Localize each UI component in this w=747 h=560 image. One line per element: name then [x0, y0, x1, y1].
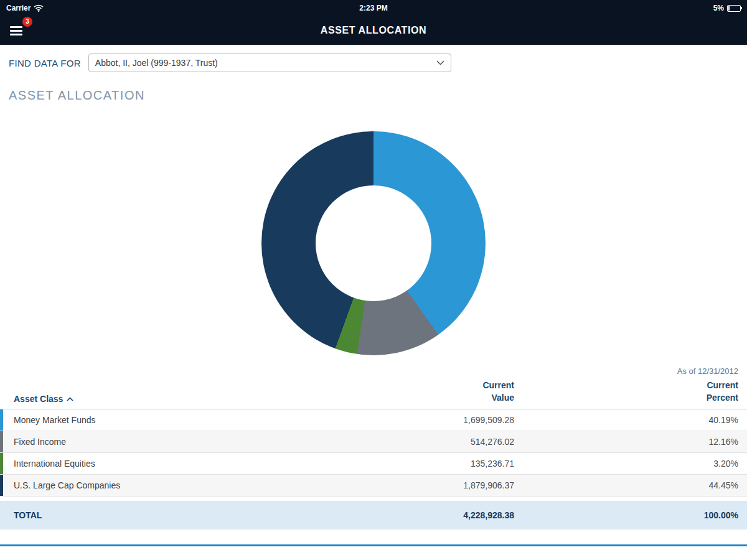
asset-class-cell: International Equities [0, 459, 305, 469]
table-body: Money Market Funds 1,699,509.28 40.19% F… [0, 409, 747, 497]
notification-badge: 3 [22, 17, 32, 27]
status-time: 2:23 PM [359, 4, 387, 12]
asset-allocation-app: Carrier 2:23 PM 5% 3 ASSET ALLOCATION [0, 0, 747, 560]
page-title: ASSET ALLOCATION [0, 25, 747, 36]
as-of-date: As of 12/31/2012 [0, 355, 747, 376]
nav-bar: 3 ASSET ALLOCATION [0, 16, 747, 45]
chart-area [0, 131, 747, 355]
account-select-value: Abbot, II, Joel (999-1937, Trust) [95, 58, 218, 68]
table-row[interactable]: Money Market Funds 1,699,509.28 40.19% [0, 409, 747, 431]
row-color-marker [0, 453, 3, 474]
status-bar: Carrier 2:23 PM 5% [0, 0, 747, 16]
asset-allocation-donut-chart[interactable] [261, 131, 486, 355]
battery-percent: 5% [713, 4, 724, 12]
current-percent-cell: 3.20% [523, 459, 747, 469]
current-value-cell: 135,236.71 [305, 459, 523, 469]
asset-class-cell: Money Market Funds [0, 415, 305, 425]
current-value-header: Current Value [305, 380, 523, 404]
row-color-marker [0, 431, 3, 452]
donut-hole [316, 185, 431, 301]
top-bar: Carrier 2:23 PM 5% 3 ASSET ALLOCATION [0, 0, 747, 45]
asset-class-cell: U.S. Large Cap Companies [0, 480, 305, 490]
asset-class-cell: Fixed Income [0, 437, 305, 447]
current-percent-cell: 40.19% [523, 415, 747, 425]
battery-icon [727, 5, 741, 12]
find-data-label: FIND DATA FOR [9, 58, 81, 68]
current-percent-cell: 12.16% [523, 437, 747, 447]
table-row[interactable]: International Equities 135,236.71 3.20% [0, 453, 747, 475]
total-row: TOTAL 4,228,928.38 100.00% [0, 501, 747, 530]
total-percent: 100.00% [523, 510, 747, 520]
wifi-icon [34, 4, 44, 12]
row-color-marker [0, 475, 3, 496]
carrier-label: Carrier [6, 4, 31, 12]
current-value-cell: 1,879,906.37 [305, 480, 523, 490]
find-data-row: FIND DATA FOR Abbot, II, Joel (999-1937,… [0, 45, 747, 81]
current-value-cell: 514,276.02 [305, 437, 523, 447]
current-value-cell: 1,699,509.28 [305, 415, 523, 425]
table-row[interactable]: Fixed Income 514,276.02 12.16% [0, 431, 747, 453]
asset-allocation-table: Asset Class Current Value Current Percen… [0, 380, 747, 530]
table-header-row: Asset Class Current Value Current Percen… [0, 380, 747, 409]
asset-class-header-label: Asset Class [14, 394, 63, 404]
current-percent-header: Current Percent [523, 380, 747, 404]
table-row[interactable]: U.S. Large Cap Companies 1,879,906.37 44… [0, 475, 747, 497]
asset-class-header[interactable]: Asset Class [0, 394, 305, 404]
total-label: TOTAL [0, 510, 305, 520]
chevron-down-icon [436, 60, 444, 65]
total-value: 4,228,928.38 [305, 510, 523, 520]
footer [0, 544, 747, 560]
section-title: ASSET ALLOCATION [0, 81, 747, 103]
account-select[interactable]: Abbot, II, Joel (999-1937, Trust) [88, 54, 451, 72]
menu-button[interactable]: 3 [10, 21, 31, 40]
sort-ascending-icon [67, 397, 73, 401]
current-percent-cell: 44.45% [523, 480, 747, 490]
hamburger-icon [10, 26, 22, 35]
row-color-marker [0, 409, 3, 431]
